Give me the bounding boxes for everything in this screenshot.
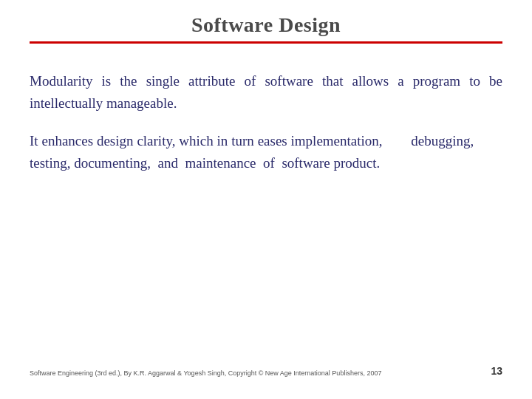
content-section: Modularity is the single attribute of so…	[30, 48, 502, 358]
footer-section: Software Engineering (3rd ed.), By K.R. …	[30, 358, 502, 377]
red-divider	[30, 41, 502, 44]
paragraph-modularity: Modularity is the single attribute of so…	[30, 70, 502, 115]
header-section: Software Design	[30, 0, 502, 48]
slide-container: Software Design Modularity is the single…	[0, 0, 532, 399]
slide-title: Software Design	[30, 13, 502, 37]
page-number: 13	[491, 365, 502, 377]
footer-citation: Software Engineering (3rd ed.), By K.R. …	[30, 369, 476, 377]
paragraph-enhances: It enhances design clarity, which in tur…	[30, 130, 502, 175]
